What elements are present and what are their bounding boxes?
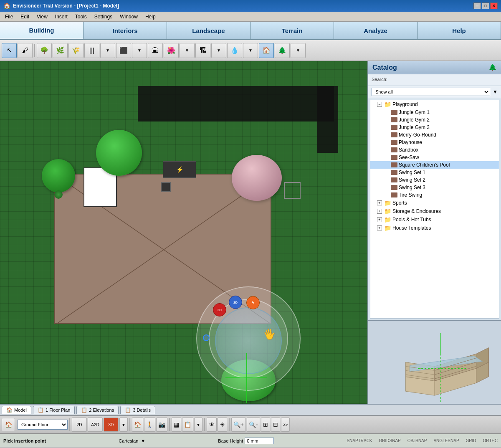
dropdown-btn-4[interactable]: ▼ — [211, 43, 226, 58]
object-tool-button[interactable]: 🏛 — [148, 43, 163, 58]
dropdown-btn-2[interactable]: ▼ — [132, 43, 147, 58]
zoom-area-button[interactable]: ⊟ — [271, 418, 280, 432]
model-view-button[interactable]: 🏠 — [2, 418, 15, 431]
tab-interiors[interactable]: Interiors — [84, 22, 167, 39]
dropdown-btn-6[interactable]: ▼ — [291, 43, 306, 58]
tab-landscape[interactable]: Landscape — [167, 22, 250, 39]
camera-button[interactable]: 📷 — [156, 418, 167, 432]
tree-tire-swing[interactable]: Tire Swing — [370, 191, 499, 199]
scroll-button[interactable]: >> — [281, 418, 290, 432]
coordinate-dropdown-arrow[interactable]: ▼ — [141, 438, 145, 443]
small-tree-1[interactable] — [54, 190, 63, 199]
sports-expand[interactable]: + — [377, 200, 382, 205]
fence-tool-button[interactable]: ||| — [84, 43, 99, 58]
tab-building[interactable]: Building — [0, 22, 84, 39]
tree-merry-go-round[interactable]: Merry-Go-Round — [370, 131, 499, 139]
orthc-indicator[interactable]: ORTHC — [483, 438, 498, 443]
playground-expand[interactable]: − — [377, 102, 382, 107]
play-equipment[interactable]: ⚡ — [163, 161, 196, 178]
close-button[interactable]: ✕ — [490, 3, 498, 9]
tab-terrain[interactable]: Terrain — [250, 22, 334, 39]
view-a2d-button[interactable]: A2D — [88, 418, 103, 432]
tree-playhouse[interactable]: Playhouse — [370, 139, 499, 146]
tree-playground-parent[interactable]: − 📁 Playground — [370, 100, 499, 109]
dropdown-btn-3[interactable]: ▼ — [180, 43, 195, 58]
menu-insert[interactable]: Insert — [52, 13, 71, 20]
tree-storage-parent[interactable]: + 📁 Storage & Enclosures — [370, 207, 499, 215]
bottom-tab-model[interactable]: 🏠 Model — [2, 406, 31, 414]
tree-house-templates-parent[interactable]: + 📁 House Templates — [370, 224, 499, 232]
zoom-in-button[interactable]: 🔍+ — [231, 418, 246, 432]
menu-tools[interactable]: Tools — [72, 13, 90, 20]
render-button[interactable]: 🏠 — [132, 418, 143, 432]
tree-swing-set-1[interactable]: Swing Set 1 — [370, 169, 499, 176]
context-btn-2d[interactable]: 2D — [229, 296, 242, 309]
3d-plant-button[interactable]: 🌲 — [275, 43, 290, 58]
tree-pools-parent[interactable]: + 📁 Pools & Hot Tubs — [370, 215, 499, 224]
tab-analyze[interactable]: Analyze — [334, 22, 418, 39]
water-tool-button[interactable]: 💧 — [227, 43, 242, 58]
zoom-fit-button[interactable]: ⊞ — [261, 418, 270, 432]
tree-sports-parent[interactable]: + 📁 Sports — [370, 199, 499, 207]
catalog-tree[interactable]: − 📁 Playground Jungle Gym 1 Jungle Gym 2… — [370, 100, 499, 319]
walk-button[interactable]: 🚶 — [144, 418, 155, 432]
menu-view[interactable]: View — [33, 13, 51, 20]
minimize-button[interactable]: ─ — [473, 3, 481, 9]
tree-swing-set-2[interactable]: Swing Set 2 — [370, 176, 499, 184]
tree-jungle-gym-2[interactable]: Jungle Gym 2 — [370, 116, 499, 124]
context-btn-edit[interactable]: ✎ — [246, 296, 260, 309]
catalog-view-button[interactable]: 🏠 — [259, 43, 274, 58]
select-tool-button[interactable]: ↖ — [2, 43, 17, 58]
menu-window[interactable]: Window — [116, 13, 141, 20]
tree-square-childrens-pool[interactable]: Square Children's Pool — [370, 161, 499, 169]
pink-bush[interactable] — [232, 155, 282, 201]
grass-tool-button[interactable]: 🌾 — [68, 43, 84, 58]
section-button[interactable]: ▦ — [172, 418, 181, 432]
menu-file[interactable]: File — [2, 13, 16, 20]
bush-tool-button[interactable]: 🌿 — [53, 43, 68, 58]
bottom-tab-floor-plan[interactable]: 📋 1 Floor Plan — [33, 406, 75, 414]
tree-jungle-gym-1[interactable]: Jungle Gym 1 — [370, 109, 499, 116]
tab-help[interactable]: Help — [418, 22, 501, 39]
menu-help[interactable]: Help — [142, 13, 159, 20]
storage-expand[interactable]: + — [377, 209, 382, 214]
tree-jungle-gym-3[interactable]: Jungle Gym 3 — [370, 124, 499, 131]
transform-handle[interactable] — [161, 182, 171, 192]
tree-swing-set-3[interactable]: Swing Set 3 — [370, 184, 499, 191]
dropdown-btn-1[interactable]: ▼ — [100, 43, 115, 58]
tree-see-saw[interactable]: See-Saw — [370, 154, 499, 161]
base-height-input[interactable] — [245, 438, 274, 444]
bottom-tab-details[interactable]: 📋 3 Details — [120, 406, 155, 414]
paint-tool-button[interactable]: 🖌 — [18, 43, 33, 58]
view-3d-button[interactable]: 3D — [104, 418, 119, 432]
gridsnap-indicator[interactable]: GRIDSNAP — [379, 438, 401, 443]
catalog-filter-select[interactable]: Show all — [372, 88, 490, 96]
view-2d-button[interactable]: 2D — [72, 418, 87, 432]
plant-tool-button[interactable]: 🌺 — [164, 43, 179, 58]
tree-tool-button[interactable]: 🌳 — [37, 43, 52, 58]
view-dropdown[interactable]: ▼ — [119, 418, 128, 432]
visibility-button[interactable]: 👁 — [207, 418, 217, 432]
sun-button[interactable]: ☀ — [218, 418, 227, 432]
grid-indicator[interactable]: GRID — [466, 438, 476, 443]
objsnap-indicator[interactable]: OBJSNAP — [407, 438, 427, 443]
dropdown-btn-5[interactable]: ▼ — [243, 43, 258, 58]
structure-tool-button[interactable]: 🏗 — [195, 43, 210, 58]
path-tool-button[interactable]: ⬛ — [116, 43, 131, 58]
house-templates-expand[interactable]: + — [377, 225, 382, 230]
large-tree-1[interactable] — [96, 130, 142, 176]
menu-edit[interactable]: Edit — [17, 13, 33, 20]
canvas-area[interactable]: ⚡ 3D 2D ✎ 🖐 — [0, 61, 367, 404]
layer-dropdown[interactable]: ▼ — [194, 418, 202, 432]
context-btn-3d[interactable]: 3D — [213, 303, 226, 316]
zoom-out-button[interactable]: 🔍- — [247, 418, 260, 432]
bottom-tab-elevations[interactable]: 📋 2 Elevations — [76, 406, 119, 414]
pools-expand[interactable]: + — [377, 217, 382, 222]
menu-settings[interactable]: Settings — [91, 13, 116, 20]
floor-select[interactable]: Ground Floor First Floor — [18, 420, 68, 430]
tree-sandbox[interactable]: Sandbox — [370, 146, 499, 154]
snaptrack-indicator[interactable]: SNAPTRACK — [347, 438, 372, 443]
maximize-button[interactable]: □ — [482, 3, 489, 9]
large-tree-2[interactable] — [42, 159, 75, 192]
anglesnap-indicator[interactable]: ANGLESNAP — [433, 438, 459, 443]
